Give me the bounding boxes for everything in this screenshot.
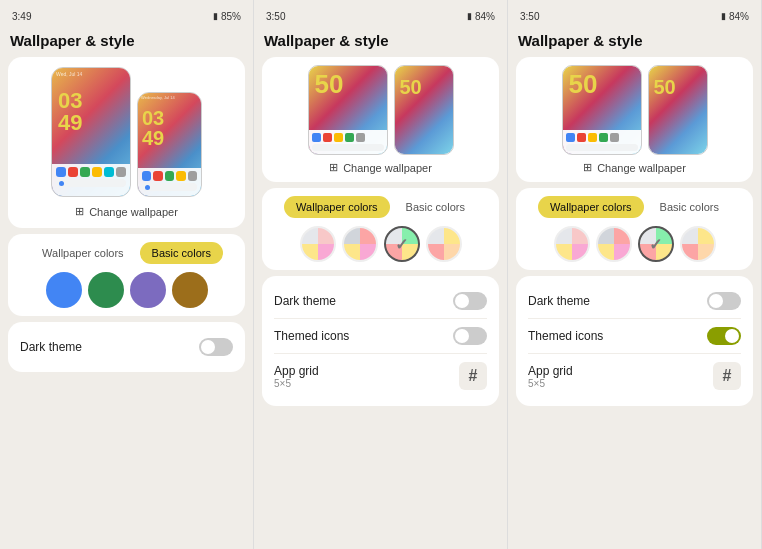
- wp-screen-number-2: 50: [309, 66, 387, 154]
- swatch-purple-1[interactable]: [130, 272, 166, 308]
- app-grid-icon-3[interactable]: #: [713, 362, 741, 390]
- wp-phone-lock-3: 50: [648, 65, 708, 155]
- wp-screen-number-3: 50: [563, 66, 641, 154]
- color-section-1: Wallpaper colors Basic colors: [8, 234, 245, 316]
- tab-wallpaper-3[interactable]: Wallpaper colors: [538, 196, 644, 218]
- pie-swatch-3-3[interactable]: ✓: [638, 226, 674, 262]
- tab-wallpaper-colors-1[interactable]: Wallpaper colors: [30, 242, 136, 264]
- phone-bottom-small: [138, 168, 201, 196]
- page-title-3: Wallpaper & style: [516, 30, 753, 51]
- dark-theme-row-3: Dark theme: [528, 284, 741, 319]
- wallpaper-icon-1: ⊞: [75, 205, 84, 218]
- color-section-2: Wallpaper colors Basic colors ✓: [262, 188, 499, 270]
- wp-app-3: [334, 133, 343, 142]
- pie-swatch-2-3[interactable]: [596, 226, 632, 262]
- tab-basic-colors-1[interactable]: Basic colors: [140, 242, 223, 264]
- time-3: 3:50: [520, 11, 539, 22]
- wp-app-3-2: [577, 133, 586, 142]
- color-tabs-3: Wallpaper colors Basic colors: [538, 196, 731, 218]
- wp-phone-lock-2: 50: [394, 65, 454, 155]
- dark-theme-row-2: Dark theme: [274, 284, 487, 319]
- pie-swatch-2-2[interactable]: [342, 226, 378, 262]
- pie-swatch-4-3[interactable]: [680, 226, 716, 262]
- phone-bottom-large: [52, 164, 130, 196]
- search-bar-small: [142, 183, 197, 191]
- wp-screen-lock-3: 50: [649, 66, 707, 154]
- themed-icons-toggle-3[interactable]: [707, 327, 741, 345]
- swatch-green-1[interactable]: [88, 272, 124, 308]
- app-grid-sublabel-2: 5×5: [274, 378, 319, 389]
- change-wallpaper-label-3: Change wallpaper: [597, 162, 686, 174]
- phone-preview-card-1: Wed, Jul 14 0349: [8, 57, 245, 228]
- dark-theme-label-2: Dark theme: [274, 294, 336, 308]
- tab-wallpaper-2[interactable]: Wallpaper colors: [284, 196, 390, 218]
- app-grid-text-2: App grid 5×5: [274, 364, 319, 389]
- wp-search-3: [566, 144, 638, 151]
- toggle-thumb-dark-2: [455, 294, 469, 308]
- swatch-blue-1[interactable]: [46, 272, 82, 308]
- panel-2: 3:50 ▮ 84% Wallpaper & style 50: [254, 0, 508, 549]
- wp-phone-number-2: 50: [308, 65, 388, 155]
- page-title-1: Wallpaper & style: [8, 30, 245, 51]
- app-icon-green: [80, 167, 90, 177]
- pie-swatch-1-3[interactable]: [554, 226, 590, 262]
- dark-theme-toggle-3[interactable]: [707, 292, 741, 310]
- change-wallpaper-btn-1[interactable]: ⊞ Change wallpaper: [75, 205, 178, 218]
- check-icon-3: ✓: [649, 235, 662, 254]
- themed-icons-row-2: Themed icons: [274, 319, 487, 354]
- google-dot-s: [145, 185, 150, 190]
- status-bar-2: 3:50 ▮ 84%: [262, 8, 499, 24]
- battery-icon-1: ▮: [213, 11, 218, 21]
- search-bar-large: [56, 179, 126, 187]
- check-icon-2: ✓: [395, 235, 408, 254]
- wp-lock-num-2: 50: [395, 66, 453, 99]
- wp-clock-num-3: 50: [563, 66, 641, 97]
- pie-swatch-1-2[interactable]: [300, 226, 336, 262]
- wp-search-2: [312, 144, 384, 151]
- wp-apps-2: [312, 133, 384, 142]
- change-wallpaper-btn-2[interactable]: ⊞ Change wallpaper: [329, 161, 432, 174]
- settings-card-1: Dark theme: [8, 322, 245, 372]
- wp-app-2: [323, 133, 332, 142]
- app-icon-s-yellow: [176, 171, 185, 181]
- swatch-brown-1[interactable]: [172, 272, 208, 308]
- tab-basic-3[interactable]: Basic colors: [648, 196, 731, 218]
- phone-group-1: Wed, Jul 14 0349: [51, 67, 202, 197]
- phone-screen-small: Wednesday, Jul 14 0349: [138, 93, 201, 196]
- pie-swatch-3-2[interactable]: ✓: [384, 226, 420, 262]
- wp-app-4: [345, 133, 354, 142]
- toggle-thumb-themed-2: [455, 329, 469, 343]
- app-icons-row-small: [142, 171, 197, 181]
- phone-clock-large: 0349: [52, 80, 130, 136]
- panel-1: 3:49 ▮ 85% Wallpaper & style Wed, Jul 14…: [0, 0, 254, 549]
- tab-basic-2[interactable]: Basic colors: [394, 196, 477, 218]
- status-right-2: ▮ 84%: [467, 11, 495, 22]
- status-right-3: ▮ 84%: [721, 11, 749, 22]
- toggle-thumb-dark-3: [709, 294, 723, 308]
- app-grid-row-2: App grid 5×5 #: [274, 354, 487, 398]
- battery-icon-3: ▮: [721, 11, 726, 21]
- wallpaper-icon-2: ⊞: [329, 161, 338, 174]
- themed-icons-label-3: Themed icons: [528, 329, 603, 343]
- dark-theme-toggle-2[interactable]: [453, 292, 487, 310]
- status-bar-3: 3:50 ▮ 84%: [516, 8, 753, 24]
- wp-preview-card-2: 50 50: [262, 57, 499, 182]
- change-wallpaper-label-1: Change wallpaper: [89, 206, 178, 218]
- pie-swatch-4-2[interactable]: [426, 226, 462, 262]
- app-icon-cyan: [104, 167, 114, 177]
- battery-icon-2: ▮: [467, 11, 472, 21]
- app-icon-s-green: [165, 171, 174, 181]
- dark-theme-toggle-1[interactable]: [199, 338, 233, 356]
- phone-large-1: Wed, Jul 14 0349: [51, 67, 131, 197]
- wp-bottom-3: [563, 130, 641, 154]
- phone-date-small: Wednesday, Jul 14: [138, 93, 201, 102]
- basic-swatches-1: [46, 272, 208, 308]
- time-1: 3:49: [12, 11, 31, 22]
- change-wallpaper-btn-3[interactable]: ⊞ Change wallpaper: [583, 161, 686, 174]
- wp-app-3-5: [610, 133, 619, 142]
- phone-date-large: Wed, Jul 14: [52, 68, 130, 80]
- app-grid-icon-2[interactable]: #: [459, 362, 487, 390]
- app-icon-gray: [116, 167, 126, 177]
- app-icon-s-blue: [142, 171, 151, 181]
- themed-icons-toggle-2[interactable]: [453, 327, 487, 345]
